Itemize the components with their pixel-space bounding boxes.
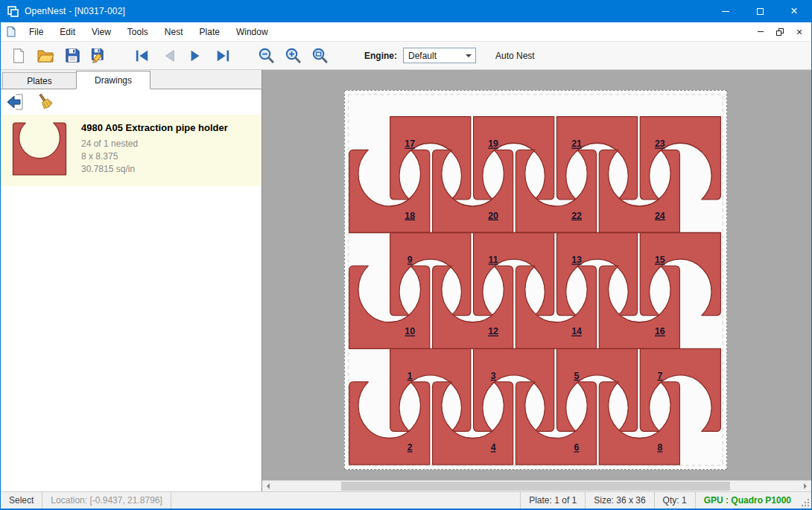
- part-number-label: 13: [571, 255, 582, 265]
- part-number-label: 20: [488, 210, 498, 220]
- tab-plates[interactable]: Plates: [2, 72, 77, 89]
- part-number-label: 2: [407, 442, 413, 453]
- menu-item-view[interactable]: View: [83, 23, 119, 41]
- menu-item-tools[interactable]: Tools: [119, 23, 156, 41]
- zoom-fit-button[interactable]: [306, 44, 333, 68]
- save-edit-icon: [90, 47, 108, 65]
- nested-part-22[interactable]: [516, 150, 596, 232]
- nested-part-21[interactable]: [556, 117, 637, 200]
- part-thumbnail-shape: [13, 123, 66, 175]
- nested-part-4[interactable]: [433, 382, 513, 465]
- part-thumbnail: [8, 121, 71, 180]
- drawing-list-item[interactable]: 4980 A05 Extraction pipe holder 24 of 1 …: [1, 115, 261, 186]
- clean-drawings-button[interactable]: [35, 92, 56, 112]
- nested-part-23[interactable]: [640, 117, 720, 200]
- menu-item-file[interactable]: File: [21, 23, 51, 41]
- menu-items: FileEditViewToolsNestPlateWindow: [21, 23, 276, 41]
- auto-nest-button[interactable]: Auto Nest: [495, 51, 535, 61]
- mdi-window-controls: ×: [753, 25, 807, 39]
- status-location: Location: [-0.9437, 21.8796]: [42, 492, 170, 509]
- nested-part-10[interactable]: [349, 266, 430, 348]
- import-drawing-button[interactable]: [5, 92, 26, 112]
- zoom-out-button[interactable]: [253, 44, 279, 68]
- nested-part-7[interactable]: [640, 348, 720, 431]
- nested-part-9[interactable]: [390, 233, 471, 316]
- nested-part-16[interactable]: [599, 266, 679, 348]
- mdi-restore-button[interactable]: [773, 25, 787, 39]
- open-file-button[interactable]: [32, 44, 59, 68]
- part-number-label: 6: [574, 442, 580, 453]
- previous-plate-button[interactable]: [156, 44, 183, 68]
- document-icon[interactable]: [6, 26, 16, 37]
- nested-part-5[interactable]: [556, 348, 637, 431]
- mdi-restore-icon: [776, 28, 784, 36]
- nested-part-18[interactable]: [349, 150, 430, 232]
- nested-part-20[interactable]: [433, 150, 513, 232]
- engine-select[interactable]: Default: [403, 48, 476, 63]
- mdi-minimize-button[interactable]: [753, 25, 768, 39]
- next-icon: [188, 49, 203, 63]
- status-size: Size: 36 x 36: [585, 492, 653, 509]
- part-number-label: 7: [657, 371, 662, 381]
- menu-item-edit[interactable]: Edit: [51, 23, 83, 41]
- nested-part-11[interactable]: [474, 233, 554, 316]
- scroll-left-icon: [264, 483, 270, 489]
- scrollbar-thumb[interactable]: [341, 482, 730, 491]
- nested-part-13[interactable]: [556, 233, 637, 316]
- nested-part-12[interactable]: [433, 266, 513, 348]
- nested-part-15[interactable]: [640, 233, 720, 316]
- nested-part-24[interactable]: [599, 150, 679, 232]
- new-file-button[interactable]: [5, 44, 32, 68]
- maximize-button[interactable]: [743, 0, 777, 22]
- drawing-item-info: 4980 A05 Extraction pipe holder 24 of 1 …: [81, 121, 228, 180]
- drawing-dimensions: 8 x 8.375: [81, 150, 228, 163]
- scroll-right-button[interactable]: [800, 481, 811, 491]
- nested-part-17[interactable]: [390, 117, 471, 200]
- nested-part-19[interactable]: [474, 117, 554, 200]
- save-button[interactable]: [59, 44, 86, 68]
- part-number-label: 3: [491, 371, 496, 381]
- last-icon: [215, 49, 230, 63]
- scroll-left-button[interactable]: [262, 481, 273, 491]
- maximize-icon: [757, 8, 764, 15]
- next-plate-button[interactable]: [183, 44, 209, 68]
- first-plate-button[interactable]: [129, 44, 156, 68]
- part-number-label: 1: [407, 371, 413, 381]
- resize-grip[interactable]: [799, 492, 811, 509]
- zoom-in-button[interactable]: [279, 44, 306, 68]
- part-number-label: 17: [405, 138, 415, 149]
- part-number-label: 4: [491, 442, 496, 453]
- main-area: Plates Drawings: [1, 70, 811, 491]
- chevron-down-icon: [466, 54, 472, 60]
- part-number-label: 19: [488, 138, 498, 149]
- drawing-nested-count: 24 of 1 nested: [81, 138, 228, 150]
- mdi-close-button[interactable]: ×: [792, 25, 807, 39]
- tab-drawings[interactable]: Drawings: [76, 71, 150, 89]
- resize-grip-icon: [802, 499, 810, 507]
- nested-part-6[interactable]: [516, 382, 596, 465]
- plate-sheet[interactable]: 171819202122232491011121314151612345678: [344, 90, 727, 470]
- nested-part-3[interactable]: [474, 348, 554, 431]
- part-number-label: 12: [488, 326, 498, 337]
- menu-item-nest[interactable]: Nest: [156, 23, 191, 41]
- menu-item-window[interactable]: Window: [228, 23, 276, 41]
- last-plate-button[interactable]: [209, 44, 236, 68]
- save-as-button[interactable]: [86, 44, 112, 68]
- drawings-toolbar: [1, 89, 261, 115]
- part-number-label: 16: [655, 326, 665, 337]
- horizontal-scrollbar[interactable]: [262, 480, 811, 491]
- app-icon: [7, 6, 19, 17]
- status-mode: Select: [1, 492, 42, 509]
- part-number-label: 23: [655, 138, 665, 149]
- nested-part-8[interactable]: [599, 382, 679, 465]
- menu-item-plate[interactable]: Plate: [191, 23, 228, 41]
- nested-part-2[interactable]: [349, 382, 430, 465]
- nest-canvas[interactable]: 171819202122232491011121314151612345678: [262, 70, 811, 491]
- nested-part-14[interactable]: [516, 266, 596, 348]
- nested-part-1[interactable]: [390, 348, 471, 431]
- part-number-label: 5: [574, 371, 580, 381]
- close-button[interactable]: ×: [777, 0, 811, 22]
- part-number-label: 14: [571, 326, 582, 337]
- minimize-button[interactable]: [708, 0, 743, 22]
- previous-icon: [162, 49, 177, 63]
